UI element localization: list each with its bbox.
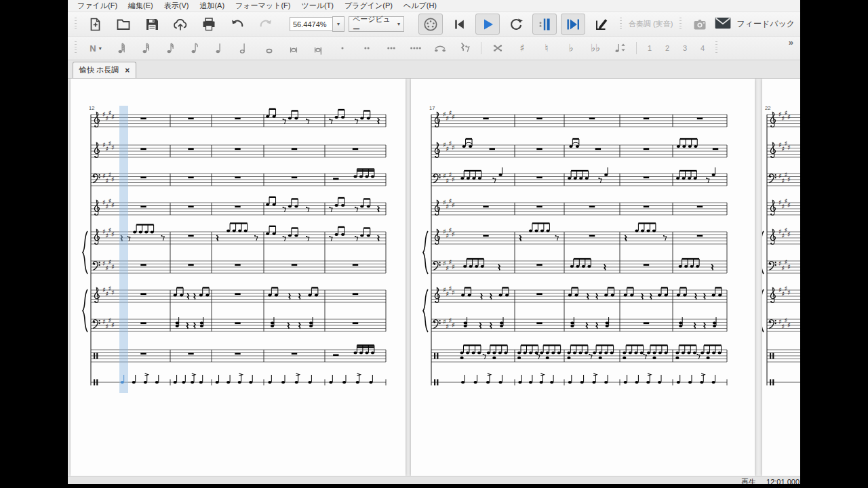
undo-button[interactable] bbox=[225, 14, 250, 35]
measure-content[interactable] bbox=[188, 206, 193, 208]
measure-content[interactable] bbox=[188, 118, 193, 120]
measure-content[interactable] bbox=[140, 293, 146, 296]
measure-content[interactable] bbox=[589, 206, 595, 208]
tab-close-icon[interactable]: × bbox=[125, 66, 130, 75]
note-breve-button[interactable] bbox=[283, 39, 304, 58]
view-mode-select[interactable]: ページビュー ▾ bbox=[349, 16, 404, 32]
augmentation-dot-4-button[interactable] bbox=[405, 39, 427, 58]
measure-content[interactable] bbox=[644, 148, 649, 150]
measure-content[interactable] bbox=[235, 264, 240, 266]
measure-content[interactable] bbox=[235, 293, 240, 296]
measure-content[interactable] bbox=[644, 206, 649, 208]
toolbar-overflow-button[interactable]: » bbox=[789, 37, 793, 49]
measure-content[interactable] bbox=[333, 346, 374, 357]
menu-item-6[interactable]: プラグイン(P) bbox=[339, 0, 398, 12]
pan-playback-button[interactable] bbox=[589, 14, 614, 35]
flat-button[interactable]: ♭ bbox=[560, 39, 582, 58]
measure-content[interactable] bbox=[188, 177, 193, 179]
toolbar-drag-handle[interactable] bbox=[620, 18, 622, 31]
toolbar-drag-handle[interactable] bbox=[75, 18, 77, 31]
menu-item-3[interactable]: 追加(A) bbox=[194, 0, 230, 12]
note-8th-button[interactable] bbox=[185, 39, 207, 58]
measure-content[interactable] bbox=[353, 148, 358, 150]
measure-content[interactable] bbox=[176, 317, 203, 329]
measure-content[interactable] bbox=[483, 235, 488, 237]
score-page-3[interactable]: 22♯♯♯♯♯♯♯♯♯♯♯♯♯♯♯♯♯♯♯♯♯♯♯♯♯♯♯♯♯♯♯♯ bbox=[762, 79, 800, 476]
measure-content[interactable] bbox=[624, 288, 668, 300]
measure-content[interactable] bbox=[329, 198, 379, 212]
measure-content[interactable] bbox=[460, 167, 502, 183]
image-capture-button[interactable] bbox=[688, 14, 712, 35]
double-sharp-button[interactable] bbox=[487, 39, 509, 58]
note-64th-button[interactable] bbox=[112, 39, 134, 58]
measure-content[interactable] bbox=[353, 293, 358, 296]
save-button[interactable] bbox=[140, 14, 164, 35]
natural-button[interactable]: ♮ bbox=[536, 39, 557, 58]
measure-content[interactable] bbox=[536, 264, 542, 266]
rest-button[interactable] bbox=[454, 39, 475, 58]
measure-content[interactable] bbox=[623, 346, 667, 360]
measure-content[interactable] bbox=[353, 323, 358, 325]
measure-content[interactable] bbox=[353, 264, 358, 266]
measure-content[interactable] bbox=[536, 323, 542, 325]
flip-direction-button[interactable] bbox=[609, 39, 631, 58]
measure-content[interactable] bbox=[140, 118, 146, 120]
measure-content[interactable] bbox=[333, 169, 374, 180]
score-page-2[interactable]: 17♯♯♯♯♯♯♯♯♯♯♯♯♯♯♯♯♯♯♯♯♯♯♯♯♯♯♯♯♯♯♯♯ bbox=[411, 79, 755, 476]
measure-content[interactable] bbox=[568, 167, 608, 183]
note-whole-button[interactable] bbox=[258, 39, 280, 58]
toolbar-drag-handle[interactable] bbox=[715, 41, 717, 55]
measure-content[interactable] bbox=[536, 177, 542, 179]
tie-button[interactable] bbox=[429, 39, 451, 58]
save-online-button[interactable] bbox=[168, 14, 193, 35]
measure-content[interactable] bbox=[567, 346, 613, 360]
note-quarter-button[interactable] bbox=[210, 39, 231, 58]
score-page-svg[interactable]: 22♯♯♯♯♯♯♯♯♯♯♯♯♯♯♯♯♯♯♯♯♯♯♯♯♯♯♯♯♯♯♯♯ bbox=[762, 79, 800, 476]
measure-content[interactable] bbox=[140, 177, 146, 179]
measure-content[interactable] bbox=[266, 197, 309, 212]
zoom-dropdown-arrow[interactable]: ▾ bbox=[332, 16, 344, 32]
measure-content[interactable] bbox=[329, 227, 379, 241]
measure-content[interactable] bbox=[268, 288, 318, 300]
voice-1-button[interactable]: 1 bbox=[642, 41, 657, 56]
zoom-input[interactable] bbox=[290, 17, 332, 31]
rewind-button[interactable] bbox=[447, 14, 471, 35]
toolbar-drag-handle[interactable] bbox=[679, 18, 682, 31]
measure-content[interactable] bbox=[140, 353, 146, 355]
measure-content[interactable] bbox=[679, 259, 713, 270]
measure-content[interactable] bbox=[697, 206, 703, 208]
note-input-mode-button[interactable]: N ▾ bbox=[82, 39, 109, 58]
note-16th-button[interactable] bbox=[161, 39, 182, 58]
measure-content[interactable] bbox=[188, 264, 193, 266]
measure-content[interactable] bbox=[677, 288, 722, 300]
note-half-button[interactable] bbox=[234, 39, 256, 58]
note-longa-button[interactable] bbox=[307, 39, 329, 58]
score-page-1[interactable]: 12♯♯♯♯♯♯♯♯♯♯♯♯♯♯♯♯♯♯♯♯♯♯♯♯♯♯♯♯♯♯♯♯ bbox=[71, 79, 406, 476]
measure-content[interactable] bbox=[570, 317, 608, 329]
voice-2-button[interactable]: 2 bbox=[660, 41, 675, 56]
augmentation-dot-2-button[interactable] bbox=[356, 39, 378, 58]
measure-content[interactable] bbox=[461, 288, 509, 300]
measure-content[interactable] bbox=[536, 118, 542, 120]
menu-item-7[interactable]: ヘルプ(H) bbox=[398, 0, 442, 12]
measure-content[interactable] bbox=[292, 264, 297, 266]
menu-item-0[interactable]: ファイル(F) bbox=[72, 0, 123, 12]
measure-content[interactable] bbox=[188, 148, 193, 150]
measure-content[interactable] bbox=[235, 206, 240, 208]
concert-pitch-toggle[interactable]: 合奏調 (実音) bbox=[626, 19, 675, 29]
measure-content[interactable] bbox=[697, 235, 703, 237]
measure-content[interactable] bbox=[644, 264, 649, 266]
note-32nd-button[interactable] bbox=[136, 39, 158, 58]
open-file-button[interactable] bbox=[111, 14, 136, 35]
midi-input-button[interactable] bbox=[418, 14, 443, 35]
measure-content[interactable] bbox=[329, 110, 379, 124]
measure-content[interactable] bbox=[536, 293, 542, 296]
measure-content[interactable] bbox=[292, 177, 297, 179]
measure-content[interactable] bbox=[570, 259, 606, 270]
measure-content[interactable] bbox=[536, 206, 542, 208]
measure-content[interactable] bbox=[697, 118, 703, 120]
measure-content[interactable] bbox=[174, 288, 210, 300]
measure-content[interactable] bbox=[568, 288, 614, 300]
measure-content[interactable] bbox=[644, 118, 649, 120]
measure-content[interactable] bbox=[140, 264, 146, 266]
